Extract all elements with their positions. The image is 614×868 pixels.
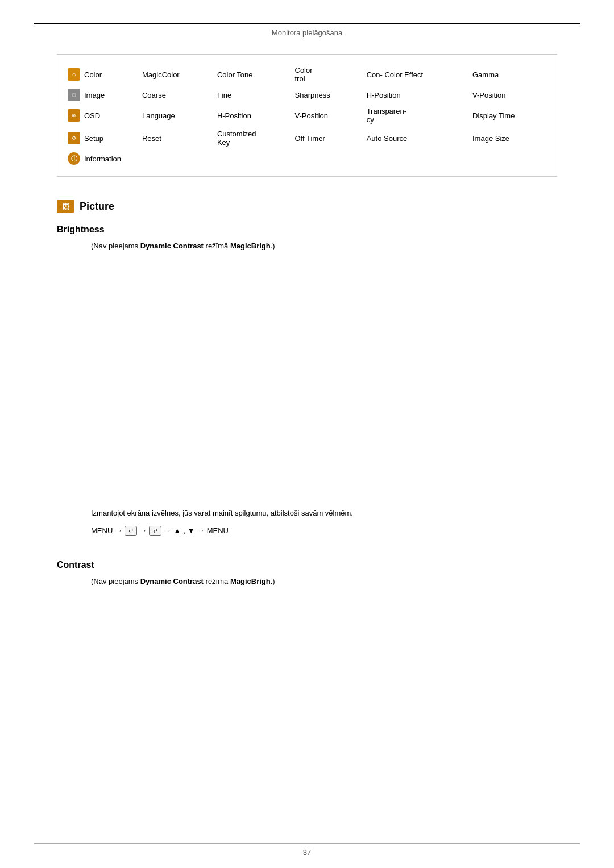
brightness-body: (Nav pieejams Dynamic Contrast režīmā Ma…: [91, 240, 557, 252]
nav-menu-setup[interactable]: ⚙ Setup: [63, 127, 138, 149]
setup-icon: ⚙: [68, 132, 80, 144]
spacer-middle: [0, 263, 614, 496]
nav-row-osd: ⊕ OSD Language H-Position V-Position Tra…: [63, 104, 551, 127]
nav-fine[interactable]: Fine: [213, 86, 291, 104]
nav-image-label: Image: [84, 91, 105, 99]
picture-section-header: 🖼 Picture: [57, 200, 557, 213]
comma-sym: ,: [183, 525, 185, 537]
arrow-down-sym: ▼: [188, 525, 195, 537]
arrow-right-3: →: [164, 525, 171, 537]
brightness-section: Brightness (Nav pieejams Dynamic Contras…: [57, 225, 557, 257]
contrast-body: (Nav pieejams Dynamic Contrast režīmā Ma…: [91, 576, 557, 588]
nav-magiccolor[interactable]: MagicColor: [138, 63, 213, 86]
arrow-right-1: →: [115, 525, 122, 537]
nav-row-information: ⓘ Information: [63, 149, 551, 168]
contrast-section: Contrast (Nav pieejams Dynamic Contrast …: [57, 560, 557, 592]
enter-key-1: ↵: [125, 526, 137, 536]
nav-sharpness[interactable]: Sharpness: [291, 86, 362, 104]
brightness-description-section: Izmantojot ekrāna izvēlnes, jūs varat ma…: [57, 508, 557, 543]
osd-icon: ⊕: [68, 109, 80, 122]
brightness-menu-path: MENU → ↵ → ↵ → ▲ , ▼ → MENU: [91, 525, 557, 537]
nav-menu-osd[interactable]: ⊕ OSD: [63, 104, 138, 127]
page-number: 37: [0, 848, 614, 857]
nav-setup-label: Setup: [84, 134, 103, 143]
picture-title: Picture: [80, 201, 114, 213]
nav-reset[interactable]: Reset: [138, 127, 213, 149]
nav-row-setup: ⚙ Setup Reset CustomizedKey Off Timer Au…: [63, 127, 551, 149]
nav-h-position-img[interactable]: H-Position: [362, 86, 468, 104]
nav-auto-source[interactable]: Auto Source: [362, 127, 468, 149]
nav-information-label: Information: [84, 155, 121, 163]
enter-key-2: ↵: [149, 526, 161, 536]
menu-word-2: MENU: [207, 525, 229, 537]
nav-language[interactable]: Language: [138, 104, 213, 127]
nav-row-color: ○ Color MagicColor Color Tone Colortrol …: [63, 63, 551, 86]
contrast-note-bold2: MagicBrigh: [230, 577, 271, 585]
bottom-spacer: [0, 598, 614, 832]
brightness-note: (Nav pieejams Dynamic Contrast režīmā Ma…: [91, 240, 557, 252]
brightness-description: Izmantojot ekrāna izvēlnes, jūs varat ma…: [91, 508, 557, 520]
page-container: Monitora pielāgošana ○ Color MagicColor …: [0, 0, 614, 868]
arrow-right-2: →: [139, 525, 147, 537]
nav-menu-information[interactable]: ⓘ Information: [63, 149, 551, 168]
nav-gamma[interactable]: Gamma: [468, 63, 551, 86]
brightness-note-bold1: Dynamic Contrast: [140, 242, 204, 250]
contrast-note: (Nav pieejams Dynamic Contrast režīmā Ma…: [91, 576, 557, 588]
image-icon: □: [68, 89, 80, 101]
page-title: Monitora pielāgošana: [0, 28, 614, 37]
color-icon: ○: [68, 68, 80, 81]
nav-section: ○ Color MagicColor Color Tone Colortrol …: [57, 54, 557, 177]
nav-row-image: □ Image Coarse Fine Sharpness H-Position…: [63, 86, 551, 104]
bottom-border: [34, 843, 580, 844]
nav-v-position-img[interactable]: V-Position: [468, 86, 551, 104]
contrast-note-bold1: Dynamic Contrast: [140, 577, 204, 585]
top-border: [34, 23, 580, 24]
info-icon: ⓘ: [68, 152, 80, 165]
nav-coarse[interactable]: Coarse: [138, 86, 213, 104]
nav-off-timer[interactable]: Off Timer: [291, 127, 362, 149]
nav-display-time[interactable]: Display Time: [468, 104, 551, 127]
nav-color-trol[interactable]: Colortrol: [291, 63, 362, 86]
arrow-right-4: →: [197, 525, 205, 537]
nav-transparency[interactable]: Transparen-cy: [362, 104, 468, 127]
nav-customized-key[interactable]: CustomizedKey: [213, 127, 291, 149]
nav-v-position-osd[interactable]: V-Position: [291, 104, 362, 127]
nav-image-size[interactable]: Image Size: [468, 127, 551, 149]
nav-color-effect[interactable]: Con- Color Effect: [362, 63, 468, 86]
contrast-heading: Contrast: [57, 560, 557, 570]
nav-color-label: Color: [84, 70, 102, 79]
brightness-note-bold2: MagicBrigh: [230, 242, 271, 250]
brightness-heading: Brightness: [57, 225, 557, 235]
nav-osd-label: OSD: [84, 111, 100, 120]
menu-word-1: MENU: [91, 525, 113, 537]
picture-icon: 🖼: [57, 200, 74, 213]
nav-menu-color[interactable]: ○ Color: [63, 63, 138, 86]
nav-h-position-osd[interactable]: H-Position: [213, 104, 291, 127]
bottom-padding: [0, 857, 614, 868]
nav-menu-image[interactable]: □ Image: [63, 86, 138, 104]
arrow-up-sym: ▲: [173, 525, 181, 537]
brightness-description-body: Izmantojot ekrāna izvēlnes, jūs varat ma…: [91, 508, 557, 537]
nav-colortone[interactable]: Color Tone: [213, 63, 291, 86]
nav-table: ○ Color MagicColor Color Tone Colortrol …: [63, 63, 551, 168]
